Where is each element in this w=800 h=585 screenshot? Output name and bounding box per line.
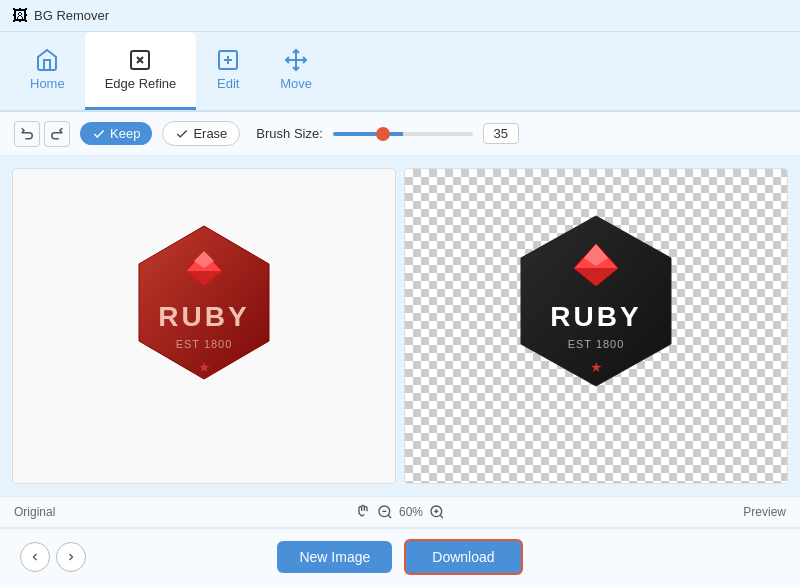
edit-icon [216, 48, 240, 72]
svg-text:RUBY: RUBY [550, 301, 641, 332]
erase-label: Erase [193, 126, 227, 141]
keep-button[interactable]: Keep [80, 122, 152, 145]
brush-size-slider[interactable] [333, 132, 473, 136]
left-arrow-icon [29, 551, 41, 563]
zoom-out-button[interactable] [377, 504, 393, 520]
nav-edit-label: Edit [217, 76, 239, 91]
nav-edit[interactable]: Edit [196, 32, 260, 110]
preview-image-panel[interactable]: RUBY EST 1800 ★ [404, 168, 788, 484]
prev-arrow-button[interactable] [20, 542, 50, 572]
edge-refine-icon [128, 48, 152, 72]
app-icon: 🖼 [12, 7, 28, 25]
zoom-in-button[interactable] [355, 504, 371, 520]
home-icon [35, 48, 59, 72]
erase-button[interactable]: Erase [162, 121, 240, 146]
undo-button[interactable] [14, 121, 40, 147]
erase-icon [175, 127, 189, 141]
nav-edge-refine-label: Edge Refine [105, 76, 177, 91]
new-image-label: New Image [299, 549, 370, 565]
svg-line-20 [388, 515, 391, 518]
svg-text:★: ★ [590, 359, 603, 375]
download-button[interactable]: Download [404, 539, 522, 575]
original-image: RUBY EST 1800 ★ [94, 196, 314, 456]
zoom-controls: 60% [355, 504, 445, 520]
redo-icon [50, 127, 64, 141]
brush-size-label: Brush Size: [256, 126, 322, 141]
zoom-level: 60% [399, 505, 423, 519]
brush-size-value: 35 [483, 123, 519, 144]
status-bar: Original 60% Preview [0, 496, 800, 528]
redo-button[interactable] [44, 121, 70, 147]
app-title: BG Remover [34, 8, 109, 23]
svg-text:RUBY: RUBY [158, 301, 249, 332]
nav-edge-refine[interactable]: Edge Refine [85, 32, 197, 110]
nav-move[interactable]: Move [260, 32, 332, 110]
undo-icon [20, 127, 34, 141]
zoom-in-plus-button[interactable] [429, 504, 445, 520]
nav-bar: Home Edge Refine Edit [0, 32, 800, 112]
original-image-panel[interactable]: RUBY EST 1800 ★ [12, 168, 396, 484]
page-nav-arrows [20, 542, 86, 572]
title-bar: 🖼 BG Remover [0, 0, 800, 32]
svg-text:EST 1800: EST 1800 [568, 338, 625, 350]
nav-move-label: Move [280, 76, 312, 91]
undo-redo-group [14, 121, 70, 147]
next-arrow-button[interactable] [56, 542, 86, 572]
preview-label: Preview [743, 505, 786, 519]
svg-text:EST 1800: EST 1800 [176, 338, 233, 350]
hand-icon [355, 504, 371, 520]
right-arrow-icon [65, 551, 77, 563]
zoom-in-icon [429, 504, 445, 520]
nav-home[interactable]: Home [10, 32, 85, 110]
new-image-button[interactable]: New Image [277, 541, 392, 573]
svg-line-23 [440, 515, 443, 518]
keep-icon [92, 127, 106, 141]
preview-image: RUBY EST 1800 ★ [486, 196, 706, 456]
move-icon [284, 48, 308, 72]
zoom-out-icon [377, 504, 393, 520]
nav-home-label: Home [30, 76, 65, 91]
canvas-area: RUBY EST 1800 ★ [0, 156, 800, 496]
svg-text:★: ★ [198, 359, 211, 375]
controls-bar: Keep Erase Brush Size: 35 [0, 112, 800, 156]
download-label: Download [432, 549, 494, 565]
keep-label: Keep [110, 126, 140, 141]
action-bar: New Image Download [0, 528, 800, 585]
